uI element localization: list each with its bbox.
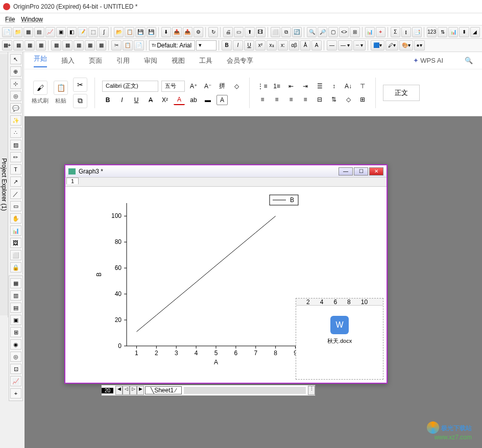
zoom-out-icon[interactable]: 🔎 — [318, 27, 327, 37]
grid7-icon[interactable]: ▦ — [85, 40, 95, 51]
line-color-icon[interactable]: 🖊▾ — [385, 40, 398, 51]
italic2-icon[interactable]: I — [116, 95, 128, 105]
line-style-icon[interactable]: — — [327, 40, 337, 51]
font-shrink-icon[interactable]: A⁻ — [202, 81, 213, 91]
new-folder-icon[interactable]: 📁 — [13, 27, 22, 37]
menu-window[interactable]: Window — [21, 16, 43, 23]
messages-log-tab[interactable]: Messages Log — [0, 54, 1, 315]
super-icon[interactable]: X² — [159, 95, 171, 105]
grid8-icon[interactable]: ▦ — [96, 40, 106, 51]
whole-page-icon[interactable]: ▢ — [328, 27, 338, 37]
mask-icon[interactable]: ▨ — [10, 140, 21, 150]
export-icon[interactable]: ⬆ — [245, 27, 254, 37]
borders-icon[interactable]: ⊞ — [357, 94, 368, 105]
distribute-icon[interactable]: ⊟ — [314, 94, 325, 105]
line-dash-icon[interactable]: ┈ ▾ — [353, 40, 366, 51]
text-dir-icon[interactable]: ☰ — [314, 81, 325, 91]
layer-tab-1[interactable]: 1 — [66, 178, 79, 184]
sheet-nav-next[interactable]: ▷ — [130, 386, 137, 395]
new-function-icon[interactable]: ∫ — [99, 27, 109, 37]
paste-button-icon[interactable]: 📋 — [54, 81, 68, 95]
region-icon[interactable]: ✋ — [10, 213, 21, 223]
bg-color-icon[interactable]: ▬ — [202, 95, 213, 105]
font-inc-icon[interactable]: Å — [300, 40, 310, 51]
line-spacing-icon[interactable]: ↕ — [328, 81, 340, 91]
italic-button[interactable]: I — [233, 40, 243, 51]
layer-5-icon[interactable]: ⊞ — [10, 327, 21, 337]
bold2-icon[interactable]: B — [102, 95, 113, 105]
stats-sum-icon[interactable]: Σ — [391, 27, 400, 37]
tabs-icon[interactable]: ⊤ — [357, 81, 368, 91]
palette-icon[interactable]: 🎨▾ — [399, 40, 413, 51]
phonetic-icon[interactable]: 拼 — [216, 81, 228, 91]
draw-icon[interactable]: ✏ — [10, 152, 21, 162]
layer-3-icon[interactable]: ▤ — [10, 303, 21, 313]
font-color-icon[interactable]: A — [174, 95, 185, 105]
duplicate-icon[interactable]: ⧉ — [281, 27, 291, 37]
bold-button[interactable]: B — [222, 40, 232, 51]
grid5-icon[interactable]: ▦ — [62, 40, 73, 51]
minimize-button[interactable]: — — [339, 167, 353, 176]
save-template-icon[interactable]: 💾 — [147, 27, 156, 37]
import-wizard-icon[interactable]: ⬇ — [161, 27, 171, 37]
sheet-nav-prev[interactable]: ◁ — [123, 386, 130, 395]
stats-col-icon[interactable]: ⫿ — [401, 27, 411, 37]
align-justify-icon[interactable]: ≡ — [300, 94, 311, 105]
tab-page[interactable]: 页面 — [89, 56, 102, 65]
doc-thumbnail[interactable]: W 秋天.docx — [296, 316, 383, 345]
layer-7-icon[interactable]: ◎ — [10, 352, 21, 362]
resize-handle[interactable]: ⋮ — [308, 386, 315, 395]
line-space2-icon[interactable]: ⇅ — [328, 94, 340, 105]
new-excel-icon[interactable]: ▤ — [34, 27, 44, 37]
pointer-tool-icon[interactable]: ↖ — [10, 54, 21, 64]
stats-report-icon[interactable]: 📑 — [412, 27, 422, 37]
grid1-icon[interactable]: ▦ — [13, 40, 23, 51]
tab-insert[interactable]: 插入 — [61, 56, 75, 65]
rescale-icon[interactable]: ⬜ — [271, 27, 280, 37]
style-normal[interactable]: 正文 — [383, 85, 420, 101]
plot-area-icon[interactable]: ◢ — [470, 27, 480, 37]
graph-window[interactable]: Graph3 * — ☐ ✕ 1 020406080100123456789AB… — [64, 164, 388, 384]
zoom-in-icon[interactable]: 🔍 — [307, 27, 317, 37]
plot-bar-icon[interactable]: 📊 — [448, 27, 458, 37]
strike-icon[interactable]: A̶ — [145, 95, 156, 105]
tab-reference[interactable]: 引用 — [116, 56, 130, 65]
sheet-nav-last[interactable]: ▶ — [137, 386, 144, 395]
movie-icon[interactable]: 🎞 — [256, 27, 266, 37]
print-icon[interactable]: 🖨 — [223, 27, 233, 37]
fill-color-icon[interactable]: 🟦▾ — [371, 40, 384, 51]
bullets-icon[interactable]: ⋮≡ — [257, 81, 268, 91]
layer-plus-icon[interactable]: + — [10, 388, 21, 399]
layer-8-icon[interactable]: ⊡ — [10, 364, 21, 374]
wps-ai-button[interactable]: ✦ WPS AI — [413, 57, 443, 64]
highlight-icon[interactable]: ✨ — [10, 115, 21, 126]
grid2-icon[interactable]: ▦ — [25, 40, 35, 51]
clear-format-icon[interactable]: ◇ — [231, 81, 242, 91]
sheet-nav-first[interactable]: ◀ — [115, 386, 123, 395]
cut-icon[interactable]: ✂ — [111, 40, 122, 51]
greek-icon[interactable]: αβ — [289, 40, 299, 51]
copy-button-icon[interactable]: ⧉ — [73, 94, 87, 108]
font-name-select[interactable]: Calibri (正文) — [102, 81, 158, 92]
font-size-select[interactable]: 五号 — [161, 81, 185, 92]
font-grow-icon[interactable]: A⁺ — [188, 81, 199, 91]
reader-icon[interactable]: ◎ — [10, 91, 21, 101]
new-matrix-icon[interactable]: ▣ — [56, 27, 66, 37]
layer-2-icon[interactable]: ▥ — [10, 290, 21, 301]
layer-4-icon[interactable]: ▣ — [10, 315, 21, 325]
new-2d-icon[interactable]: ◧ — [67, 27, 77, 37]
new-notes-icon[interactable]: 📝 — [78, 27, 87, 37]
underline-button[interactable]: U — [244, 40, 254, 51]
close-button[interactable]: ✕ — [369, 167, 383, 176]
marker-icon[interactable]: ∴ — [10, 128, 21, 138]
paste-icon[interactable]: 📄 — [134, 40, 144, 51]
tab-review[interactable]: 审阅 — [144, 56, 157, 65]
plot-hist-icon[interactable]: ⬍ — [459, 27, 469, 37]
align-left-icon[interactable]: ≡ — [257, 94, 268, 105]
shading-icon[interactable]: ◇ — [343, 94, 354, 105]
superscript-icon[interactable]: x² — [255, 40, 266, 51]
tab-start[interactable]: 开始 — [34, 54, 47, 67]
grid6-icon[interactable]: ▦ — [74, 40, 84, 51]
new-layout-icon[interactable]: ⬚ — [88, 27, 98, 37]
import-single-icon[interactable]: 📥 — [172, 27, 182, 37]
